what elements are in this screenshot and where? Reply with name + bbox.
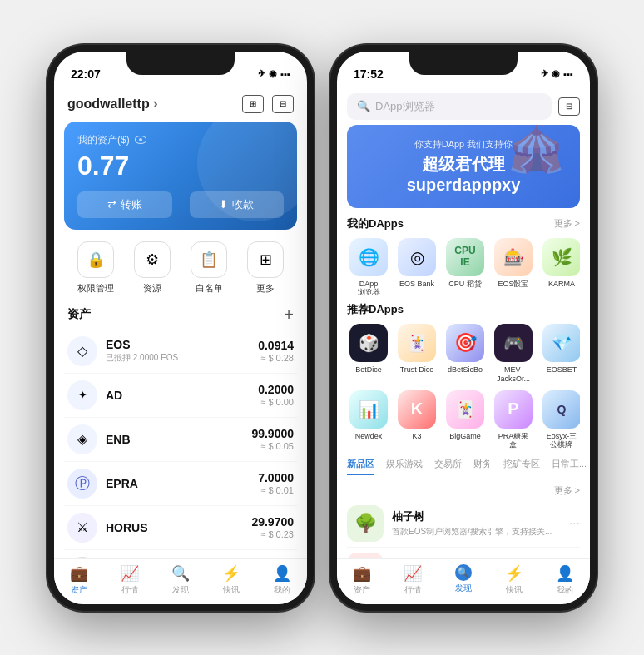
search-placeholder-text: DApp浏览器 [375,99,435,114]
tab-mine-right[interactable]: 👤 我的 [539,564,590,596]
dapp-newdex-label: Newdex [355,432,383,441]
tab-news-right[interactable]: ⚡ 快讯 [488,564,539,596]
eye-icon[interactable] [135,136,146,144]
scan-icon[interactable]: ⊟ [272,95,294,113]
market-tab-label: 行情 [121,584,138,596]
whitelist-action[interactable]: 📋 白名单 [191,241,227,295]
my-dapps-more[interactable]: 更多 > [554,217,580,230]
left-phone: 22:07 ✈ ◉ ▪▪▪ goodwallettp ⊞ ⊟ 我的资产($) [47,45,314,611]
tab-discover-left[interactable]: 🔍 发现 [156,564,206,596]
wallet-content: goodwallettp ⊞ ⊟ 我的资产($) 0.77 ⇄ 转账 [54,88,307,604]
cat-daily[interactable]: 日常工... [552,458,587,475]
asset-item-horus[interactable]: ⚔ HORUS 29.9700 ≈ $ 0.23 [64,506,297,550]
new-app-poker[interactable]: ♠ 魔力扑克 一款多人在线区块链扑克游戏 ··· [347,548,580,558]
dapp-mev[interactable]: 🎮 MEV-JacksOr... [492,324,535,384]
dapp-pra-icon: P [494,390,533,429]
promotion-banner[interactable]: 你支持DApp 我们支持你 超级君代理 superdapppxy 🎪 [347,125,580,208]
status-icons-left: ✈ ◉ ▪▪▪ [258,68,290,79]
dapp-search-bar[interactable]: 🔍 DApp浏览器 [347,93,552,120]
epra-icon: Ⓟ [67,469,97,499]
quick-actions: 🔒 权限管理 ⚙ 资源 📋 白名单 ⊞ 更多 [54,238,307,303]
dapp-eosyx[interactable]: Q Eosyx-三公棋牌 [540,390,580,450]
mine-tab-label: 我的 [274,584,290,596]
receive-button[interactable]: ⬇ 收款 [190,191,285,218]
dapp-eosbank[interactable]: ◎ EOS Bank [395,238,438,298]
cat-entertainment[interactable]: 娱乐游戏 [386,458,423,475]
my-dapps-header: 我的DApps 更多 > [347,216,580,231]
dapp-pra[interactable]: P PRA糖果盒 [492,390,535,450]
ad-name: AD [106,389,258,402]
scan-icon-right[interactable]: ⊟ [558,97,580,116]
balance-actions: ⇄ 转账 ⬇ 收款 [77,191,284,218]
dapp-betdice[interactable]: 🎲 BetDice [347,324,390,384]
dapp-eosbet[interactable]: 💎 EOSBET [540,324,580,384]
dapp-karma-label: KARMA [548,280,575,289]
mine-tab-label-r: 我的 [557,584,573,596]
asset-list: ◇ EOS 已抵押 2.0000 EOS 0.0914 ≈ $ 0.28 ✦ A… [54,330,307,558]
cat-exchange[interactable]: 交易所 [434,458,462,475]
asset-item-enb[interactable]: ◈ ENB 99.9000 ≈ $ 0.05 [64,418,297,462]
cat-new[interactable]: 新品区 [347,458,374,475]
new-app-yuzishu[interactable]: 🌳 柚子树 首款EOS制户浏览器/搜索引擎，支持接关... ··· [347,500,580,548]
dapp-cpu[interactable]: CPUIE CPU 稻贷 [443,238,487,298]
recommended-row1: 🎲 BetDice 🃏 Trust Dice 🎯 dBetSicBo 🎮 MEV… [347,324,580,384]
new-apps-more[interactable]: 更多 > [554,484,580,497]
notch-left [126,52,235,75]
asset-item-epra[interactable]: Ⓟ EPRA 7.0000 ≈ $ 0.01 [64,462,297,506]
tab-assets-left[interactable]: 💼 资产 [54,564,105,596]
dapp-k3[interactable]: K K3 [395,390,438,450]
discover-tab-icon: 🔍 [171,564,190,583]
discover-active-dot: 🔍 [455,564,472,581]
dapp-eosbank-label: EOS Bank [399,280,434,289]
asset-item-ad[interactable]: ✦ AD 0.2000 ≈ $ 0.00 [64,374,297,418]
asset-item-eos[interactable]: ◇ EOS 已抵押 2.0000 EOS 0.0914 ≈ $ 0.28 [64,330,297,374]
dapp-trustdice[interactable]: 🃏 Trust Dice [395,324,438,384]
tab-news-left[interactable]: ⚡ 快讯 [206,564,256,596]
yuzishu-info: 柚子树 首款EOS制户浏览器/搜索引擎，支持接关... [392,509,561,538]
add-asset-button[interactable]: + [284,306,294,323]
dapp-eosyx-label: Eosyx-三公棋牌 [547,432,577,450]
tab-assets-right[interactable]: 💼 资产 [337,564,388,596]
dapp-eosbet-icon: 💎 [542,324,580,362]
dapp-eosbank-icon: ◎ [398,238,436,276]
banner-text: 你支持DApp 我们支持你 超级君代理 superdapppxy [407,138,521,195]
cat-mining[interactable]: 挖矿专区 [503,458,540,475]
more-action[interactable]: ⊞ 更多 [247,241,284,295]
enb-info: ENB [106,433,251,446]
tab-market-left[interactable]: 📈 行情 [105,564,156,596]
permission-action[interactable]: 🔒 权限管理 [77,241,114,295]
mine-tab-icon-r: 👤 [556,564,574,583]
dapp-slot[interactable]: 🎰 EOS骰宝 [492,238,535,298]
dapp-karma[interactable]: 🌿 KARMA [540,238,580,298]
tab-mine-left[interactable]: 👤 我的 [256,564,307,596]
ad-info: AD [106,389,258,402]
whitelist-icon: 📋 [191,241,227,278]
dapp-mev-icon: 🎮 [494,324,533,362]
recommended-dapps-section: 推荐DApps 🎲 BetDice 🃏 Trust Dice 🎯 dBetSic… [337,302,590,454]
enb-icon: ◈ [67,424,97,454]
resource-action[interactable]: ⚙ 资源 [134,241,171,295]
transfer-button[interactable]: ⇄ 转账 [77,191,172,218]
ad-usd: ≈ $ 0.00 [258,397,294,407]
airplane-icon-r: ✈ [541,68,548,79]
cat-finance[interactable]: 财务 [473,458,492,475]
battery-icon: ▪▪▪ [280,69,290,79]
enb-usd: ≈ $ 0.05 [251,441,294,451]
epra-info: EPRA [106,477,258,490]
wallet-name[interactable]: goodwallettp [67,95,158,112]
yuzishu-more-icon: ··· [569,516,580,531]
tab-discover-right[interactable]: 🔍 发现 [438,564,489,596]
qr-icon[interactable]: ⊞ [242,95,264,113]
right-phone: 17:52 ✈ ◉ ▪▪▪ 🔍 DApp浏览器 ⊟ 你支持DApp 我们支持你 … [330,45,597,611]
airplane-icon: ✈ [258,68,265,79]
tab-market-right[interactable]: 📈 行情 [388,564,438,596]
ad-icon: ✦ [67,380,97,410]
asset-item-hvt[interactable]: W HVT 0.6014 [64,550,297,558]
dapp-newdex[interactable]: 📊 Newdex [347,390,390,450]
assets-section-header: 资产 + [54,303,307,330]
eos-name: EOS [106,338,258,351]
dapp-browser[interactable]: 🌐 DApp浏览器 [347,238,390,298]
dapp-biggame[interactable]: 🃏 BigGame [443,390,487,450]
dapp-dbetsicbo[interactable]: 🎯 dBetSicBo [443,324,487,384]
time-right: 17:52 [354,67,384,81]
